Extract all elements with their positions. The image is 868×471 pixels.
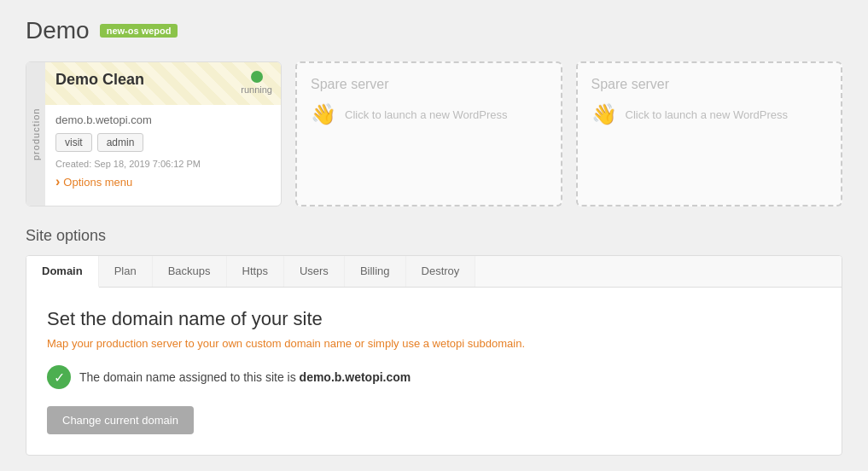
running-label: running [241,84,272,95]
hand-pointer-icon-2: 👋 [591,102,617,126]
production-server-card: production Demo Clean running demo.b.wet… [26,61,282,206]
spare-server-card-2[interactable]: Spare server 👋 Click to launch a new Wor… [576,61,843,206]
tabs-header: Domain Plan Backups Https Users Billing … [26,256,842,288]
tabs-container: Domain Plan Backups Https Users Billing … [26,255,842,456]
tab-billing[interactable]: Billing [345,256,406,287]
page-header: Demo new-os wepod [26,17,842,44]
hand-pointer-icon-1: 👋 [311,102,336,126]
tab-https[interactable]: Https [227,256,284,287]
spare-card-title-2: Spare server [591,77,828,92]
card-domain: demo.b.wetopi.com [55,113,271,126]
card-created: Created: Sep 18, 2019 7:06:12 PM [55,159,271,169]
new-os-badge: new-os wepod [100,24,178,38]
admin-button[interactable]: admin [97,133,144,152]
site-options-section: Site options Domain Plan Backups Https U… [26,227,842,456]
domain-message: The domain name assigned to this site is… [79,370,411,384]
spare-server-card-1[interactable]: Spare server 👋 Click to launch a new Wor… [295,61,562,206]
spare-card-action-1: 👋 Click to launch a new WordPress [311,102,547,126]
spare-card-action-2: 👋 Click to launch a new WordPress [591,102,828,126]
page-title: Demo [26,17,90,44]
tab-backups[interactable]: Backups [153,256,227,287]
domain-message-pre: The domain name assigned to this site is [79,370,300,384]
card-buttons: visit admin [55,133,271,152]
spare-card-action-text-2: Click to launch a new WordPress [626,108,789,121]
options-menu-label: Options menu [63,176,132,189]
domain-tab-title: Set the domain name of your site [47,308,821,330]
visit-button[interactable]: visit [55,133,92,152]
spare-card-title-1: Spare server [311,77,547,92]
tab-destroy[interactable]: Destroy [406,256,476,287]
change-domain-button[interactable]: Change current domain [47,406,194,434]
card-stripe-header: Demo Clean running [45,62,281,105]
domain-tab-subtitle: Map your production server to your own c… [47,337,821,350]
site-name: Demo Clean [55,71,271,89]
production-label: production [26,62,45,206]
check-circle-icon: ✓ [47,365,71,389]
spare-card-action-text-1: Click to launch a new WordPress [345,108,508,121]
tab-domain[interactable]: Domain [26,256,99,288]
domain-tab-content: Set the domain name of your site Map you… [26,288,842,455]
domain-info: ✓ The domain name assigned to this site … [47,365,821,389]
options-menu-link[interactable]: Options menu [55,174,271,189]
tab-users[interactable]: Users [284,256,345,287]
running-indicator: running [241,71,272,95]
domain-value: demo.b.wetopi.com [300,370,411,384]
site-options-title: Site options [26,227,842,245]
chevron-right-icon [55,174,60,189]
status-dot [251,71,263,83]
cards-row: production Demo Clean running demo.b.wet… [26,61,842,206]
page-container: Demo new-os wepod production Demo Clean … [0,0,868,471]
server-card-content: Demo Clean running demo.b.wetopi.com vis… [45,62,281,198]
tab-plan[interactable]: Plan [99,256,153,287]
